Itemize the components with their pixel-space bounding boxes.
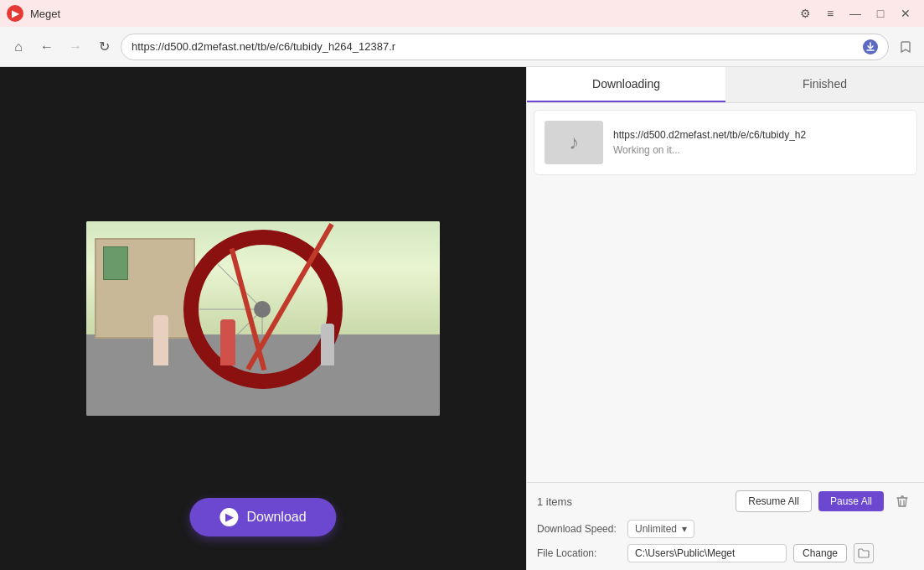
bottom-settings: Download Speed: Unlimited ▾ File Locatio…: [537, 520, 914, 563]
forward-button[interactable]: →: [64, 35, 87, 59]
menu-button[interactable]: ≡: [818, 3, 842, 23]
pause-all-button[interactable]: Pause All: [818, 491, 884, 511]
item-thumbnail: ♪: [545, 121, 603, 164]
video-scene: [86, 221, 440, 416]
maximize-button[interactable]: □: [869, 3, 892, 23]
item-info: https://d500.d2mefast.net/tb/e/c6/tubidy…: [613, 129, 906, 156]
main-content: ▶ Download Downloading Finished ♪ https:…: [0, 67, 924, 570]
items-count: 1 items: [537, 495, 572, 508]
right-panel: Downloading Finished ♪ https://d500.d2me…: [526, 67, 924, 570]
download-main-button[interactable]: ▶ Download: [189, 498, 336, 536]
open-folder-button[interactable]: [854, 543, 874, 563]
chevron-down-icon: ▾: [682, 523, 687, 535]
location-label: File Location:: [537, 547, 621, 559]
download-button-label: Download: [246, 510, 306, 525]
bottom-bar: 1 items Resume All Pause All Download Sp…: [527, 482, 924, 570]
location-input[interactable]: [627, 544, 787, 562]
resume-all-button[interactable]: Resume All: [736, 490, 812, 512]
bottom-row-actions: 1 items Resume All Pause All: [537, 490, 914, 513]
location-setting-row: File Location: Change: [537, 543, 914, 563]
browser-view: ▶ Download: [0, 67, 526, 570]
app-logo: ▶: [7, 5, 23, 22]
refresh-button[interactable]: ↻: [92, 35, 116, 59]
download-item: ♪ https://d500.d2mefast.net/tb/e/c6/tubi…: [534, 110, 917, 175]
minimize-button[interactable]: —: [844, 3, 867, 23]
titlebar: ▶ Meget ⚙ ≡ — □ ✕: [0, 0, 924, 27]
delete-button[interactable]: [890, 490, 914, 513]
download-to-meget-icon[interactable]: [863, 39, 878, 54]
app-title: Meget: [30, 8, 793, 20]
close-button[interactable]: ✕: [894, 3, 917, 23]
music-icon: ♪: [545, 121, 603, 164]
action-buttons: Resume All Pause All: [736, 490, 914, 513]
speed-value: Unlimited: [635, 523, 677, 535]
address-input[interactable]: [132, 40, 858, 53]
bookmark-button[interactable]: [894, 35, 917, 59]
settings-button[interactable]: ⚙: [793, 3, 817, 23]
browser-toolbar: ⌂ ← → ↻: [0, 27, 924, 67]
window-controls: ⚙ ≡ — □ ✕: [793, 3, 917, 23]
back-button[interactable]: ←: [35, 35, 59, 59]
video-thumbnail: [86, 221, 440, 416]
item-status: Working on it...: [613, 144, 906, 156]
tab-downloading[interactable]: Downloading: [527, 67, 725, 102]
tab-finished[interactable]: Finished: [725, 67, 924, 102]
speed-setting-row: Download Speed: Unlimited ▾: [537, 520, 914, 538]
download-list: ♪ https://d500.d2mefast.net/tb/e/c6/tubi…: [527, 103, 924, 482]
item-url: https://d500.d2mefast.net/tb/e/c6/tubidy…: [613, 129, 865, 141]
meget-logo-icon: ▶: [219, 508, 238, 526]
tabs-bar: Downloading Finished: [527, 67, 924, 103]
speed-label: Download Speed:: [537, 523, 621, 535]
speed-select[interactable]: Unlimited ▾: [627, 520, 694, 538]
download-button-area: ▶ Download: [189, 498, 336, 536]
change-location-button[interactable]: Change: [793, 544, 847, 562]
address-bar: [121, 34, 889, 60]
home-button[interactable]: ⌂: [7, 35, 30, 59]
